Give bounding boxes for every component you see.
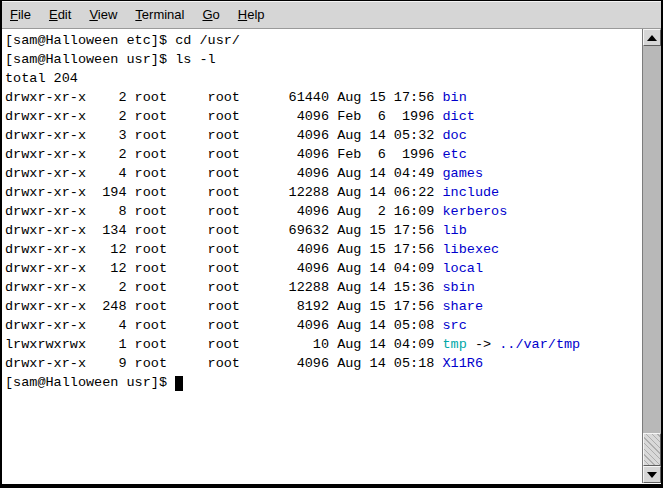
file-name: src [442, 318, 466, 333]
shell-prompt: [sam@Halloween usr]$ [5, 52, 167, 67]
shell-prompt: [sam@Halloween etc]$ [5, 33, 167, 48]
file-row: lrwxrwxrwx 1 root root 10 Aug 14 04:09 t… [5, 335, 642, 354]
terminal-window: File Edit View Terminal Go Help [sam@Hal… [0, 0, 663, 488]
file-name: doc [442, 128, 466, 143]
scrollbar-trough[interactable] [643, 46, 661, 466]
menu-help[interactable]: Help [237, 5, 266, 24]
terminal-output: [sam@Halloween etc]$ cd /usr/[sam@Hallow… [5, 31, 642, 392]
file-meta: drwxr-xr-x 12 root root 4096 Aug 14 04:0… [5, 261, 442, 276]
file-row: drwxr-xr-x 8 root root 4096 Aug 2 16:09 … [5, 202, 642, 221]
command-text: cd /usr/ [167, 33, 240, 48]
scroll-down-button[interactable] [643, 466, 661, 483]
file-meta: drwxr-xr-x 3 root root 4096 Aug 14 05:32 [5, 128, 442, 143]
menu-go[interactable]: Go [201, 5, 220, 24]
menu-file-label: File [10, 7, 31, 22]
menu-view-label: View [89, 7, 117, 22]
terminal-line: [sam@Halloween usr]$ ls -l [5, 50, 642, 69]
file-name: etc [442, 147, 466, 162]
file-row: drwxr-xr-x 12 root root 4096 Aug 14 04:0… [5, 259, 642, 278]
file-meta: drwxr-xr-x 12 root root 4096 Aug 15 17:5… [5, 242, 442, 257]
file-row: drwxr-xr-x 134 root root 69632 Aug 15 17… [5, 221, 642, 240]
menu-help-label: Help [238, 7, 265, 22]
menu-edit[interactable]: Edit [48, 5, 72, 24]
file-row: drwxr-xr-x 194 root root 12288 Aug 14 06… [5, 183, 642, 202]
file-meta: drwxr-xr-x 9 root root 4096 Aug 14 05:18 [5, 356, 442, 371]
file-row: drwxr-xr-x 4 root root 4096 Aug 14 04:49… [5, 164, 642, 183]
file-row: drwxr-xr-x 2 root root 61440 Aug 15 17:5… [5, 88, 642, 107]
file-name: lib [442, 223, 466, 238]
scrollbar-thumb[interactable] [643, 433, 661, 466]
terminal-screen[interactable]: [sam@Halloween etc]$ cd /usr/[sam@Hallow… [2, 29, 642, 483]
file-row: drwxr-xr-x 248 root root 8192 Aug 15 17:… [5, 297, 642, 316]
file-row: drwxr-xr-x 2 root root 12288 Aug 14 15:3… [5, 278, 642, 297]
terminal-line: [sam@Halloween etc]$ cd /usr/ [5, 31, 642, 50]
file-meta: drwxr-xr-x 4 root root 4096 Aug 14 05:08 [5, 318, 442, 333]
file-name: include [442, 185, 499, 200]
file-row: drwxr-xr-x 12 root root 4096 Aug 15 17:5… [5, 240, 642, 259]
file-meta: drwxr-xr-x 2 root root 4096 Feb 6 1996 [5, 109, 442, 124]
terminal-cursor [175, 376, 183, 391]
file-meta: drwxr-xr-x 2 root root 4096 Feb 6 1996 [5, 147, 442, 162]
symlink-arrow: -> [467, 337, 499, 352]
file-name: X11R6 [442, 356, 483, 371]
menu-go-label: Go [202, 7, 219, 22]
file-name: libexec [442, 242, 499, 257]
file-name: kerberos [442, 204, 507, 219]
terminal-content-area: [sam@Halloween etc]$ cd /usr/[sam@Hallow… [2, 29, 661, 483]
file-meta: drwxr-xr-x 2 root root 12288 Aug 14 15:3… [5, 280, 442, 295]
terminal-line: total 204 [5, 69, 642, 88]
file-row: drwxr-xr-x 4 root root 4096 Aug 14 05:08… [5, 316, 642, 335]
file-meta: drwxr-xr-x 194 root root 12288 Aug 14 06… [5, 185, 442, 200]
file-name: share [442, 299, 483, 314]
shell-prompt: [sam@Halloween usr]$ [5, 375, 175, 390]
prompt-line: [sam@Halloween usr]$ [5, 373, 642, 392]
file-name: dict [442, 109, 474, 124]
file-meta: drwxr-xr-x 248 root root 8192 Aug 15 17:… [5, 299, 442, 314]
file-name: games [442, 166, 483, 181]
menu-terminal-label: Terminal [135, 7, 184, 22]
menu-bar: File Edit View Terminal Go Help [2, 1, 661, 29]
file-name: bin [442, 90, 466, 105]
file-meta: drwxr-xr-x 134 root root 69632 Aug 15 17… [5, 223, 442, 238]
file-row: drwxr-xr-x 2 root root 4096 Feb 6 1996 e… [5, 145, 642, 164]
file-row: drwxr-xr-x 2 root root 4096 Feb 6 1996 d… [5, 107, 642, 126]
menu-file[interactable]: File [9, 5, 32, 24]
menu-view[interactable]: View [88, 5, 118, 24]
file-meta: drwxr-xr-x 4 root root 4096 Aug 14 04:49 [5, 166, 442, 181]
scrollbar[interactable] [642, 29, 661, 483]
file-name: tmp [442, 337, 466, 352]
menu-terminal[interactable]: Terminal [134, 5, 185, 24]
file-meta: drwxr-xr-x 8 root root 4096 Aug 2 16:09 [5, 204, 442, 219]
file-row: drwxr-xr-x 9 root root 4096 Aug 14 05:18… [5, 354, 642, 373]
menu-edit-label: Edit [49, 7, 71, 22]
output-text: total 204 [5, 71, 78, 86]
scroll-up-button[interactable] [643, 29, 661, 46]
file-meta: lrwxrwxrwx 1 root root 10 Aug 14 04:09 [5, 337, 442, 352]
symlink-target: ../var/tmp [499, 337, 580, 352]
file-meta: drwxr-xr-x 2 root root 61440 Aug 15 17:5… [5, 90, 442, 105]
file-name: sbin [442, 280, 474, 295]
file-row: drwxr-xr-x 3 root root 4096 Aug 14 05:32… [5, 126, 642, 145]
file-name: local [442, 261, 483, 276]
scroll-down-icon [647, 472, 657, 478]
command-text: ls -l [167, 52, 216, 67]
scroll-up-icon [647, 35, 657, 41]
